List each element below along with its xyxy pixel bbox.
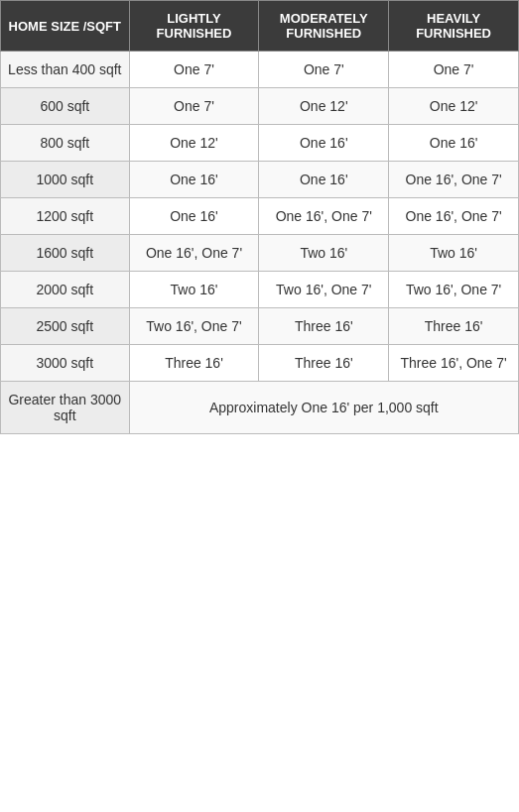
cell-heavily: Three 16', One 7'	[389, 345, 519, 382]
cell-size: 1600 sqft	[1, 235, 130, 272]
table-row: 800 sqftOne 12'One 16'One 16'	[1, 125, 519, 162]
cell-moderately: Three 16'	[259, 308, 389, 345]
cell-size: 2500 sqft	[1, 308, 130, 345]
cell-size: Less than 400 sqft	[1, 52, 130, 88]
cell-heavily: Three 16'	[389, 308, 519, 345]
cell-size: 600 sqft	[1, 88, 130, 125]
cell-heavily: One 7'	[389, 52, 519, 88]
cell-heavily: One 12'	[389, 88, 519, 125]
cell-size: Greater than 3000 sqft	[1, 382, 130, 434]
table-row: 3000 sqftThree 16'Three 16'Three 16', On…	[1, 345, 519, 382]
header-lightly: LIGHTLY FURNISHED	[129, 1, 259, 52]
header-heavily: HEAVILY FURNISHED	[389, 1, 519, 52]
cell-heavily: Two 16'	[389, 235, 519, 272]
cell-size: 2000 sqft	[1, 272, 130, 308]
table-row: 1000 sqftOne 16'One 16'One 16', One 7'	[1, 162, 519, 198]
cell-size: 3000 sqft	[1, 345, 130, 382]
header-moderately: MODERATELY FURNISHED	[259, 1, 389, 52]
cell-heavily: One 16'	[389, 125, 519, 162]
cell-size: 1000 sqft	[1, 162, 130, 198]
cell-size: 800 sqft	[1, 125, 130, 162]
cell-size: 1200 sqft	[1, 198, 130, 235]
cell-lightly: Two 16', One 7'	[129, 308, 259, 345]
cell-heavily: Two 16', One 7'	[389, 272, 519, 308]
table-row: 1200 sqftOne 16'One 16', One 7'One 16', …	[1, 198, 519, 235]
table-row: 2000 sqftTwo 16'Two 16', One 7'Two 16', …	[1, 272, 519, 308]
cell-heavily: One 16', One 7'	[389, 198, 519, 235]
cell-moderately: Two 16', One 7'	[259, 272, 389, 308]
cell-lightly: One 7'	[129, 88, 259, 125]
cell-moderately: One 16', One 7'	[259, 198, 389, 235]
cell-merged: Approximately One 16' per 1,000 sqft	[129, 382, 518, 434]
table-row: Less than 400 sqftOne 7'One 7'One 7'	[1, 52, 519, 88]
table-row: 1600 sqftOne 16', One 7'Two 16'Two 16'	[1, 235, 519, 272]
cell-lightly: Three 16'	[129, 345, 259, 382]
cell-lightly: One 16'	[129, 198, 259, 235]
cell-heavily: One 16', One 7'	[389, 162, 519, 198]
table-row: Greater than 3000 sqftApproximately One …	[1, 382, 519, 434]
cell-lightly: One 7'	[129, 52, 259, 88]
table-row: 2500 sqftTwo 16', One 7'Three 16'Three 1…	[1, 308, 519, 345]
cell-moderately: One 7'	[259, 52, 389, 88]
home-size-table: HOME SIZE /SQFT LIGHTLY FURNISHED MODERA…	[0, 0, 519, 434]
cell-moderately: Two 16'	[259, 235, 389, 272]
cell-moderately: One 16'	[259, 162, 389, 198]
cell-moderately: One 16'	[259, 125, 389, 162]
cell-moderately: Three 16'	[259, 345, 389, 382]
cell-lightly: Two 16'	[129, 272, 259, 308]
header-home-size: HOME SIZE /SQFT	[1, 1, 130, 52]
cell-moderately: One 12'	[259, 88, 389, 125]
cell-lightly: One 16', One 7'	[129, 235, 259, 272]
cell-lightly: One 16'	[129, 162, 259, 198]
table-row: 600 sqftOne 7'One 12'One 12'	[1, 88, 519, 125]
cell-lightly: One 12'	[129, 125, 259, 162]
